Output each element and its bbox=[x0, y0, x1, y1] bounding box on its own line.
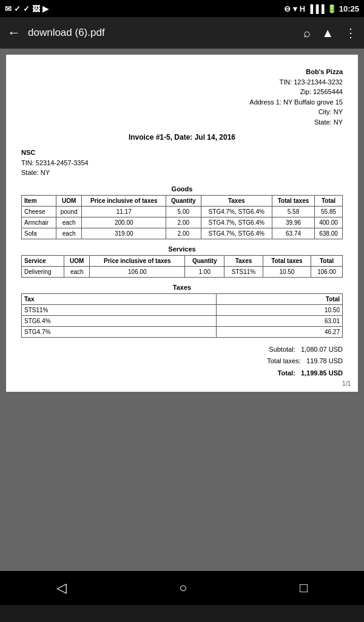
table-cell: 11.17 bbox=[82, 206, 166, 217]
more-button[interactable]: ⋮ bbox=[345, 26, 357, 40]
wifi-icon: ▾ bbox=[293, 4, 297, 13]
table-cell: Delivering bbox=[22, 266, 64, 277]
table-cell: each bbox=[56, 217, 82, 228]
subtotal-value: 1,080.07 USD bbox=[301, 346, 343, 353]
signal-bars-icon: ▐▐▐ bbox=[308, 4, 325, 13]
table-cell: 638.00 bbox=[315, 228, 343, 239]
bottom-nav: ◁ ○ □ bbox=[0, 571, 364, 605]
table-cell: 2.00 bbox=[166, 217, 201, 228]
grand-total-label: Total: bbox=[278, 369, 295, 377]
goods-col-total-taxes: Total taxes bbox=[272, 195, 314, 206]
back-button[interactable]: ← bbox=[7, 25, 21, 41]
goods-col-item: Item bbox=[22, 195, 56, 206]
table-cell: each bbox=[56, 228, 82, 239]
company-address: Address 1: NY Buffalo grove 15 bbox=[21, 97, 343, 108]
pdf-page: Bob's Pizza TIN: 123-21344-3232 Zip: 125… bbox=[6, 55, 358, 392]
table-cell: Cheese bbox=[22, 206, 56, 217]
customer-name: NSC bbox=[21, 148, 343, 158]
taxes-header-row: Tax Total bbox=[22, 293, 343, 304]
document-title: download (6).pdf bbox=[28, 27, 303, 39]
table-cell: Sofa bbox=[22, 228, 56, 239]
back-nav-button[interactable]: ◁ bbox=[52, 575, 72, 601]
services-col-total-taxes: Total taxes bbox=[263, 255, 311, 266]
subtotal-label: Subtotal: bbox=[269, 346, 295, 353]
goods-col-qty: Quantity bbox=[166, 195, 201, 206]
company-city: City: NY bbox=[21, 107, 343, 117]
table-cell: STG4.7%, STG6.4% bbox=[201, 217, 272, 228]
goods-col-total: Total bbox=[315, 195, 343, 206]
table-cell: STG4.7%, STG6.4% bbox=[201, 228, 272, 239]
media-icon: ▶ bbox=[42, 4, 49, 13]
taxes-section-title: Taxes bbox=[21, 284, 343, 291]
image-icon: 🖼 bbox=[32, 4, 40, 13]
table-cell: 400.00 bbox=[315, 217, 343, 228]
table-cell: 1.00 bbox=[185, 266, 224, 277]
battery-icon: 🔋 bbox=[327, 4, 337, 13]
table-row: STS11%10.50 bbox=[22, 304, 343, 315]
total-taxes-label: Total taxes: bbox=[267, 357, 301, 364]
table-cell: 55.85 bbox=[315, 206, 343, 217]
goods-col-uom: UOM bbox=[56, 195, 82, 206]
search-button[interactable]: ⌕ bbox=[303, 26, 311, 40]
company-tin: TIN: 123-21344-3232 bbox=[21, 77, 343, 87]
table-row: Armchaireach200.002.00STG4.7%, STG6.4%39… bbox=[22, 217, 343, 228]
total-taxes-value: 119.78 USD bbox=[306, 357, 343, 364]
table-cell: 5.00 bbox=[166, 206, 201, 217]
table-cell: STS11% bbox=[224, 266, 263, 277]
signal-icon: H bbox=[300, 4, 305, 13]
subtotal-row: Subtotal: 1,080.07 USD bbox=[21, 344, 343, 356]
table-cell: 10.50 bbox=[263, 266, 311, 277]
company-name: Bob's Pizza bbox=[21, 67, 343, 77]
tax-total-cell: 46.27 bbox=[216, 326, 342, 337]
company-info: Bob's Pizza TIN: 123-21344-3232 Zip: 125… bbox=[21, 67, 343, 127]
services-col-service: Service bbox=[22, 255, 64, 266]
services-col-total: Total bbox=[311, 255, 343, 266]
table-row: Deliveringeach106.001.00STS11%10.50106.0… bbox=[22, 266, 343, 277]
goods-table: Item UOM Price inclusive of taxes Quanti… bbox=[21, 195, 343, 239]
total-taxes-row: Total taxes: 119.78 USD bbox=[21, 355, 343, 367]
table-cell: 106.00 bbox=[90, 266, 185, 277]
table-cell: 2.00 bbox=[166, 228, 201, 239]
services-section-title: Services bbox=[21, 245, 343, 253]
services-col-price: Price inclusive of taxes bbox=[90, 255, 185, 266]
goods-section-title: Goods bbox=[21, 185, 343, 193]
taxes-col-tax: Tax bbox=[22, 293, 217, 304]
table-cell: each bbox=[64, 266, 90, 277]
goods-col-price: Price inclusive of taxes bbox=[82, 195, 166, 206]
services-col-uom: UOM bbox=[64, 255, 90, 266]
table-cell: 106.00 bbox=[311, 266, 343, 277]
goods-col-taxes: Taxes bbox=[201, 195, 272, 206]
table-cell: 63.74 bbox=[272, 228, 314, 239]
table-cell: 39.96 bbox=[272, 217, 314, 228]
grand-total-value: 1,199.85 USD bbox=[301, 369, 343, 377]
home-nav-button[interactable]: ○ bbox=[174, 575, 192, 601]
mail-icon: ✉ bbox=[5, 4, 12, 13]
tax-total-cell: 10.50 bbox=[216, 304, 342, 315]
minus-circle-icon: ⊖ bbox=[284, 4, 291, 13]
table-cell: STG4.7%, STG6.4% bbox=[201, 206, 272, 217]
table-cell: pound bbox=[56, 206, 82, 217]
grand-total-row: Total: 1,199.85 USD bbox=[21, 367, 343, 380]
customer-tin: TIN: 52314-2457-3354 bbox=[21, 158, 343, 168]
tax-name-cell: STG6.4% bbox=[22, 315, 217, 326]
drive-button[interactable]: ▲ bbox=[322, 26, 334, 40]
table-cell: Armchair bbox=[22, 217, 56, 228]
services-table: Service UOM Price inclusive of taxes Qua… bbox=[21, 255, 343, 278]
taxes-col-total: Total bbox=[216, 293, 342, 304]
tax-name-cell: STG4.7% bbox=[22, 326, 217, 337]
services-header-row: Service UOM Price inclusive of taxes Qua… bbox=[22, 255, 343, 266]
status-right-icons: ⊖ ▾ H ▐▐▐ 🔋 10:25 bbox=[284, 4, 359, 13]
status-bar: ✉ ✓ ✓ 🖼 ▶ ⊖ ▾ H ▐▐▐ 🔋 10:25 bbox=[0, 0, 364, 17]
table-row: STG4.7%46.27 bbox=[22, 326, 343, 337]
taxes-table: Tax Total STS11%10.50STG6.4%63.01STG4.7%… bbox=[21, 293, 343, 338]
status-icons: ✉ ✓ ✓ 🖼 ▶ bbox=[5, 4, 49, 13]
table-row: Sofaeach319.002.00STG4.7%, STG6.4%63.746… bbox=[22, 228, 343, 239]
table-row: Cheesepound11.175.00STG4.7%, STG6.4%5.58… bbox=[22, 206, 343, 217]
company-state: State: NY bbox=[21, 117, 343, 128]
table-cell: 5.58 bbox=[272, 206, 314, 217]
table-cell: 319.00 bbox=[82, 228, 166, 239]
check-icon-2: ✓ bbox=[23, 4, 30, 13]
goods-header-row: Item UOM Price inclusive of taxes Quanti… bbox=[22, 195, 343, 206]
customer-state: State: NY bbox=[21, 168, 343, 178]
recent-nav-button[interactable]: □ bbox=[295, 575, 312, 601]
